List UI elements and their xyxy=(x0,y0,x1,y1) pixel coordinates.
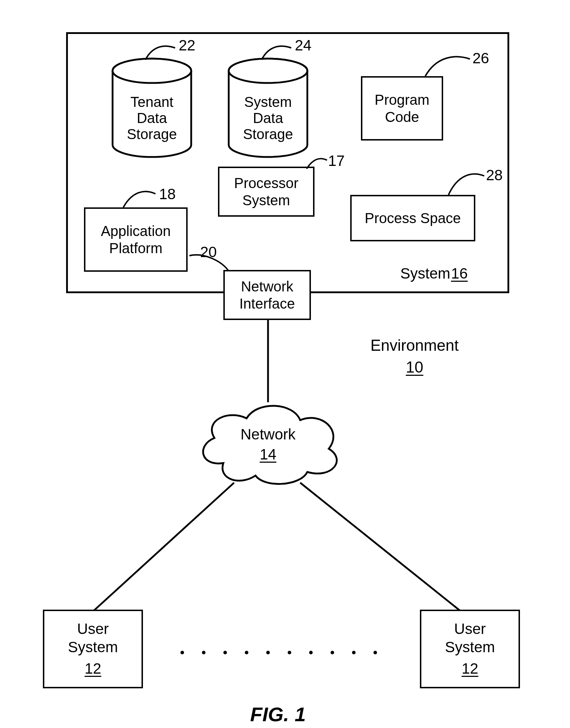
user-system-left-name: User System xyxy=(68,620,118,656)
system-data-storage-text: System Data Storage xyxy=(225,88,311,148)
lead-line-22 xyxy=(141,40,184,65)
user-system-right-num: 12 xyxy=(462,660,479,678)
network-num: 14 xyxy=(260,446,277,463)
svg-point-13 xyxy=(309,651,313,654)
ref-28: 28 xyxy=(486,166,503,184)
system-label-name: System xyxy=(400,265,450,282)
user-system-right-box: User System 12 xyxy=(420,610,520,688)
system-16-label: System16 xyxy=(400,265,500,282)
system-label-num: 16 xyxy=(451,265,468,282)
user-system-left-box: User System 12 xyxy=(43,610,143,688)
network-interface-box: Network Interface xyxy=(223,270,311,320)
ellipsis-dots xyxy=(175,649,390,656)
user-system-right-name: User System xyxy=(445,620,495,656)
figure-caption: FIG. 1 xyxy=(250,703,306,726)
lead-line-26 xyxy=(422,50,475,82)
svg-point-12 xyxy=(288,651,291,654)
ref-26: 26 xyxy=(472,49,489,67)
process-space-box: Process Space xyxy=(350,195,475,241)
ref-17: 17 xyxy=(328,152,345,170)
svg-point-16 xyxy=(373,651,377,654)
environment-name: Environment xyxy=(370,336,459,355)
environment-num: 10 xyxy=(406,358,423,377)
network-name: Network xyxy=(241,426,296,443)
network-label: Network 14 xyxy=(229,426,307,464)
svg-point-10 xyxy=(245,651,248,654)
figure-1-diagram: System16 Tenant Data Storage 22 System D… xyxy=(0,0,570,728)
lead-line-28 xyxy=(445,168,488,197)
program-code-box: Program Code xyxy=(361,76,443,141)
lead-line-18 xyxy=(120,186,159,211)
svg-point-14 xyxy=(331,651,334,654)
ref-24: 24 xyxy=(295,36,312,54)
svg-line-6 xyxy=(300,483,461,611)
svg-point-8 xyxy=(202,651,205,654)
svg-point-9 xyxy=(223,651,227,654)
application-platform-box: Application Platform xyxy=(84,207,188,272)
line-ni-to-network xyxy=(266,320,270,402)
svg-point-11 xyxy=(266,651,270,654)
environment-label: Environment 10 xyxy=(361,336,468,377)
svg-point-7 xyxy=(180,651,184,654)
svg-point-15 xyxy=(352,651,356,654)
ref-22: 22 xyxy=(179,36,195,54)
ref-18: 18 xyxy=(159,185,176,203)
processor-system-box: Processor System xyxy=(218,167,314,217)
user-system-left-num: 12 xyxy=(85,660,101,678)
ref-20: 20 xyxy=(200,243,217,261)
tenant-data-storage-text: Tenant Data Storage xyxy=(109,88,195,148)
lead-line-24 xyxy=(257,40,300,65)
lines-cloud-to-users xyxy=(71,476,500,629)
svg-line-5 xyxy=(93,483,234,611)
